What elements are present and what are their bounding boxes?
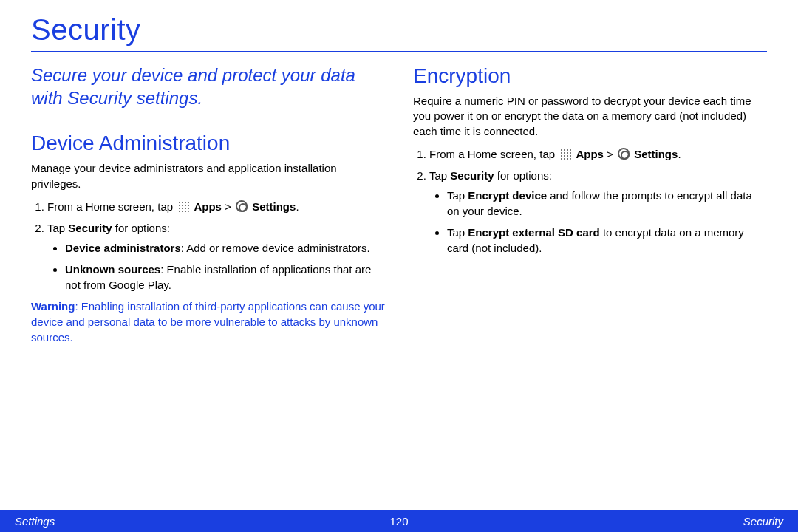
apps-grid-icon [559, 148, 571, 160]
security-label: Security [450, 169, 494, 182]
step-item: Tap Security for options: Tap Encrypt de… [429, 168, 767, 256]
bullet-bold: Encrypt device [468, 189, 547, 202]
step-text: Tap [47, 222, 68, 234]
footer-page-number: 120 [389, 515, 408, 528]
page-subtitle: Secure your device and protect your data… [31, 64, 385, 109]
left-column: Secure your device and protect your data… [31, 64, 385, 345]
bullet-item: Unknown sources: Enable installation of … [65, 262, 385, 293]
settings-gear-icon [236, 200, 248, 212]
footer-left: Settings [15, 515, 55, 528]
bullet-item: Device administrators: Add or remove dev… [65, 240, 385, 256]
step-text: > [222, 200, 234, 213]
warning-body: : Enabling installation of third-party a… [31, 300, 385, 344]
bullet-bold: Device administrators [65, 242, 181, 254]
bullet-bold: Unknown sources [65, 263, 160, 276]
right-column: Encryption Require a numeric PIN or pass… [413, 64, 767, 345]
step-item: From a Home screen, tap Apps > Settings. [47, 199, 385, 214]
device-admin-bullets: Device administrators: Add or remove dev… [47, 240, 385, 293]
step-text: for options: [494, 169, 552, 182]
step-item: Tap Security for options: Device adminis… [47, 220, 385, 293]
step-text: for options: [112, 222, 170, 234]
settings-label: Settings [252, 200, 296, 213]
bullet-item: Tap Encrypt device and follow the prompt… [447, 188, 767, 219]
bullet-text: : Add or remove device administrators. [181, 242, 370, 254]
step-text: . [296, 200, 299, 213]
page-footer: Settings 120 Security [0, 510, 798, 532]
section-encryption: Encryption [413, 64, 767, 88]
step-text: From a Home screen, tap [429, 148, 558, 160]
footer-right: Security [743, 515, 783, 528]
apps-grid-icon [177, 200, 189, 212]
step-text: From a Home screen, tap [47, 200, 176, 213]
warning-label: Warning [31, 300, 75, 313]
section-device-admin: Device Administration [31, 132, 385, 155]
step-text: . [678, 148, 681, 160]
apps-label: Apps [194, 200, 222, 213]
settings-label: Settings [634, 148, 678, 160]
settings-gear-icon [618, 148, 630, 160]
device-admin-intro: Manage your device administrators and ap… [31, 161, 385, 191]
bullet-text: Tap [447, 189, 468, 202]
apps-label: Apps [576, 148, 604, 160]
encryption-intro: Require a numeric PIN or password to dec… [413, 94, 767, 139]
columns: Secure your device and protect your data… [31, 64, 767, 345]
security-label: Security [68, 222, 112, 234]
step-item: From a Home screen, tap Apps > Settings. [429, 146, 767, 162]
bullet-bold: Encrypt external SD card [468, 226, 599, 239]
warning-text: Warning: Enabling installation of third-… [31, 299, 385, 345]
encryption-bullets: Tap Encrypt device and follow the prompt… [429, 188, 767, 256]
bullet-text: Tap [447, 226, 468, 239]
title-rule [31, 51, 767, 52]
step-text: > [604, 148, 616, 160]
step-text: Tap [429, 169, 450, 182]
manual-page: Security Secure your device and protect … [0, 0, 798, 532]
bullet-item: Tap Encrypt external SD card to encrypt … [447, 225, 767, 256]
page-title: Security [31, 13, 767, 47]
encryption-steps: From a Home screen, tap Apps > Settings.… [413, 146, 767, 256]
device-admin-steps: From a Home screen, tap Apps > Settings.… [31, 199, 385, 293]
